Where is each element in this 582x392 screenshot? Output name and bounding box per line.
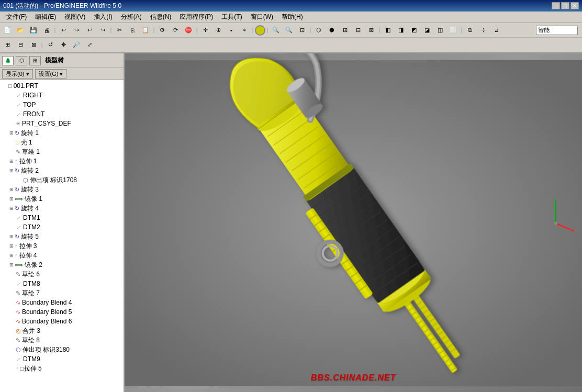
- zoom-in-button[interactable]: 🔍: [270, 25, 282, 36]
- cut-button[interactable]: ✂: [113, 25, 126, 36]
- tree-item-front[interactable]: ⟋FRONT: [0, 109, 124, 119]
- paste-button[interactable]: 📋: [139, 25, 152, 36]
- misc-btn3[interactable]: ⊿: [490, 25, 502, 36]
- show-dropdown[interactable]: 显示(0) ▾: [2, 69, 33, 79]
- menu-window[interactable]: 窗口(W): [247, 12, 277, 23]
- render-btn5[interactable]: ◫: [434, 25, 446, 36]
- tree-item-revolve4[interactable]: ⊞↻旋转 4: [0, 204, 124, 213]
- tab-layer-tree[interactable]: ⬡: [16, 56, 27, 65]
- tree-item-blend4[interactable]: ∿Boundary Blend 4: [0, 298, 124, 307]
- tree-item-extrude1[interactable]: ⊞↑拉伸 1: [0, 156, 124, 166]
- tree-item-dtm2[interactable]: ⟋DTM2: [0, 222, 124, 232]
- undo2-button[interactable]: ↩: [83, 25, 96, 36]
- csys-button[interactable]: ⌖: [238, 25, 251, 36]
- tree-item-extrude4[interactable]: ⊞↑拉伸 4: [0, 251, 124, 260]
- open-button[interactable]: 📂: [14, 25, 27, 36]
- render-btn4[interactable]: ◪: [421, 25, 433, 36]
- tree-item-merge3[interactable]: ◎合并 3: [0, 326, 124, 335]
- datum-button[interactable]: ✛: [199, 25, 211, 36]
- tree-item-prt_csys[interactable]: ✳PRT_CSYS_DEF: [0, 119, 124, 128]
- tree-item-sketch8[interactable]: ✎草绘 8: [0, 335, 124, 345]
- layer-tree-toggle[interactable]: ⊟: [14, 39, 27, 51]
- stop-button[interactable]: ⛔: [182, 25, 195, 36]
- tree-item-sketch6[interactable]: ✎草绘 6: [0, 270, 124, 279]
- tree-item-top[interactable]: ⟋TOP: [0, 100, 124, 109]
- menu-view[interactable]: 视图(V): [60, 12, 89, 23]
- regen-button[interactable]: ⚙: [156, 25, 169, 36]
- tree-item-mirror2[interactable]: ⊞⟺镜像 2: [0, 260, 124, 270]
- menu-applications[interactable]: 应用程序(P): [175, 12, 217, 23]
- menu-tools[interactable]: 工具(T): [217, 12, 246, 23]
- tree-item-mirror1[interactable]: ⊞⟺镜像 1: [0, 194, 124, 204]
- model-tree-scroll[interactable]: □001.PRT⟋RIGHT⟋TOP⟋FRONT✳PRT_CSYS_DEF⊞↻旋…: [0, 80, 124, 392]
- expand-icon-revolve4[interactable]: ⊞: [9, 206, 14, 211]
- tree-item-revolve2[interactable]: ⊞↻旋转 2: [0, 166, 124, 175]
- flip-button[interactable]: ⤢: [83, 39, 96, 51]
- print-button[interactable]: 🖨: [40, 25, 53, 36]
- tree-item-protrude1708[interactable]: ⬡伸出项 标识1708: [0, 175, 124, 185]
- zoom-button[interactable]: 🔎: [70, 39, 83, 51]
- render-btn3[interactable]: ◩: [408, 25, 420, 36]
- view-btn2[interactable]: ⬢: [326, 25, 338, 36]
- expand-icon-extrude4[interactable]: ⊞: [9, 253, 14, 258]
- expand-icon-extrude3[interactable]: ⊞: [9, 243, 14, 249]
- save-button[interactable]: 💾: [27, 25, 40, 36]
- tree-item-blend6[interactable]: ∿Boundary Blend 6: [0, 317, 124, 326]
- redo2-button[interactable]: ↪: [96, 25, 109, 36]
- render-btn6[interactable]: ⬜: [447, 25, 460, 36]
- tab-model-tree[interactable]: 🌲: [2, 56, 14, 65]
- expand-icon-mirror2[interactable]: ⊞: [9, 262, 14, 267]
- menu-file[interactable]: 文件(F): [2, 12, 31, 23]
- view-btn4[interactable]: ⊟: [352, 25, 364, 36]
- window-controls[interactable]: — □ ✕: [552, 2, 579, 9]
- tree-item-sketch7[interactable]: ✎草绘 7: [0, 288, 124, 298]
- spin-button[interactable]: ↺: [44, 39, 57, 51]
- model-tree-toggle[interactable]: ⊞: [1, 39, 14, 51]
- menu-info[interactable]: 信息(N): [146, 12, 176, 23]
- expand-icon-revolve1[interactable]: ⊞: [9, 130, 14, 136]
- point-button[interactable]: •: [225, 25, 238, 36]
- copy-button[interactable]: ⎘: [126, 25, 139, 36]
- tree-item-revolve1[interactable]: ⊞↻旋转 1: [0, 128, 124, 138]
- settings-dropdown[interactable]: 设置(G) ▾: [35, 69, 67, 79]
- regen2-button[interactable]: ⟳: [169, 25, 182, 36]
- new-button[interactable]: 📄: [1, 25, 14, 36]
- tree-item-blend5[interactable]: ∿Boundary Blend 5: [0, 307, 124, 317]
- expand-icon-mirror1[interactable]: ⊞: [9, 196, 14, 201]
- zoom-fit-button[interactable]: ⊡: [296, 25, 308, 36]
- tree-item-dtm9[interactable]: ⟋DTM9: [0, 354, 124, 364]
- render-btn2[interactable]: ◨: [395, 25, 407, 36]
- menu-analysis[interactable]: 分析(A): [117, 12, 146, 23]
- tree-item-sketch1[interactable]: ✎草绘 1: [0, 147, 124, 156]
- axis-button[interactable]: ⊕: [212, 25, 225, 36]
- tree-item-dtm8[interactable]: ⟋DTM8: [0, 279, 124, 288]
- minimize-button[interactable]: —: [552, 2, 560, 9]
- smart-filter-input[interactable]: [536, 26, 578, 35]
- maximize-button[interactable]: □: [561, 2, 569, 9]
- expand-icon-extrude1[interactable]: ⊞: [9, 159, 14, 164]
- tree-item-revolve5[interactable]: ⊞↻旋转 5: [0, 232, 124, 241]
- expand-icon-revolve2[interactable]: ⊞: [9, 168, 14, 173]
- tree-item-extrude3[interactable]: ⊞↑拉伸 3: [0, 241, 124, 251]
- redo-button[interactable]: ↪: [70, 25, 83, 36]
- tree-item-right[interactable]: ⟋RIGHT: [0, 91, 124, 100]
- tree-item-dtm1[interactable]: ⟋DTM1: [0, 213, 124, 222]
- tab-feature-list[interactable]: ⊞: [29, 56, 41, 65]
- expand-icon-revolve3[interactable]: ⊞: [9, 187, 14, 192]
- feature-tree-toggle[interactable]: ⊠: [27, 39, 40, 51]
- tree-item-extrude5_hint[interactable]: ↑□拉伸 5: [0, 364, 124, 373]
- tree-item-shell1[interactable]: □壳 1: [0, 138, 124, 147]
- pan-button[interactable]: ✥: [57, 39, 70, 51]
- tree-item-revolve3[interactable]: ⊞↻旋转 3: [0, 185, 124, 194]
- view-btn5[interactable]: ⊠: [365, 25, 377, 36]
- tree-item-root[interactable]: □001.PRT: [0, 81, 124, 91]
- view-btn3[interactable]: ⊞: [339, 25, 351, 36]
- menu-insert[interactable]: 插入(I): [89, 12, 116, 23]
- expand-icon-revolve5[interactable]: ⊞: [9, 234, 14, 239]
- misc-btn1[interactable]: ⧉: [464, 25, 476, 36]
- render-btn1[interactable]: ◧: [382, 25, 394, 36]
- zoom-out-button[interactable]: 🔍: [283, 25, 295, 36]
- menu-help[interactable]: 帮助(H): [277, 12, 307, 23]
- menu-edit[interactable]: 编辑(E): [31, 12, 60, 23]
- close-button[interactable]: ✕: [570, 2, 579, 9]
